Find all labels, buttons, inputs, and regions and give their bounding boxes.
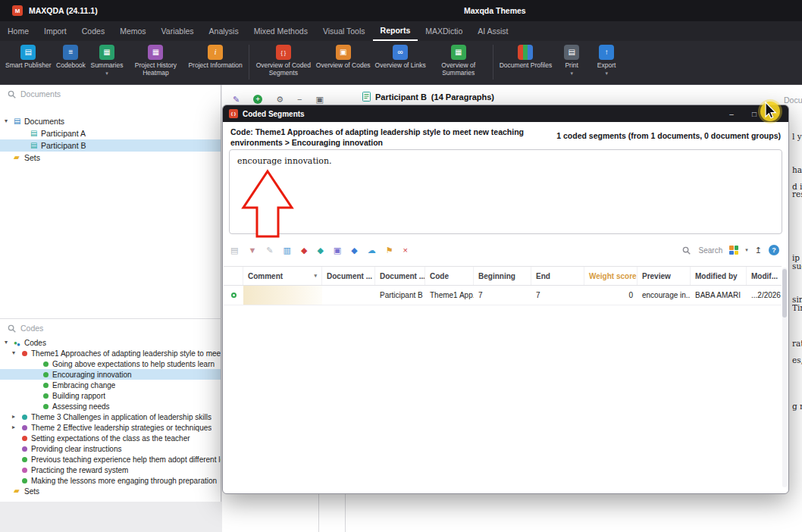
dialog-titlebar[interactable]: Coded Segments – □ × xyxy=(223,105,788,122)
chevron-right-icon[interactable]: ▸ xyxy=(12,424,21,430)
column-header-modified-by[interactable]: Modified by xyxy=(691,267,747,285)
column-header-weight[interactable]: Weight score xyxy=(584,267,638,285)
segment-row[interactable]: Participant BTheme1 App...770encourage i… xyxy=(224,286,782,305)
menu-item-visual-tools[interactable]: Visual Tools xyxy=(315,21,373,41)
tree-item-going-above-expectations-to-help-student[interactable]: Going above expectations to help student… xyxy=(0,358,221,369)
tree-item-theme-2-effective-leadership-strategies-[interactable]: ▸Theme 2 Effective leadership strategies… xyxy=(0,422,221,433)
export-document-icon[interactable]: ▤ xyxy=(230,246,238,255)
tree-item-theme1-approaches-of-adapting-leadership[interactable]: ▾Theme1 Approaches of adapting leadershi… xyxy=(0,348,221,358)
tree-item-practicing-the-reward-system[interactable]: Practicing the reward system xyxy=(0,465,221,475)
collapse-minus-icon[interactable]: − xyxy=(297,95,302,104)
settings-gear-icon[interactable]: ⚙ xyxy=(276,95,284,104)
menu-item-memos[interactable]: Memos xyxy=(112,21,153,41)
tree-item-building-rapport[interactable]: Building rapport xyxy=(0,390,221,401)
add-code-icon[interactable]: + xyxy=(253,95,262,104)
minimize-button[interactable]: – xyxy=(720,105,743,122)
cell-document-group[interactable] xyxy=(322,286,375,305)
codes-search[interactable]: Codes xyxy=(0,319,221,337)
cell-modified-by[interactable]: BABA AMARI xyxy=(691,286,747,305)
chevron-down-icon[interactable]: ▾ xyxy=(12,350,21,356)
cell-document-name[interactable]: Participant B xyxy=(375,286,425,305)
tree-item-documents[interactable]: ▾Documents xyxy=(0,115,221,127)
tree-item-setting-expectations-of-the-class-as-the[interactable]: Setting expectations of the class as the… xyxy=(0,433,221,443)
menu-item-variables[interactable]: Variables xyxy=(154,21,202,41)
delete-icon[interactable]: × xyxy=(403,246,408,255)
column-header-document-group[interactable]: Document ... xyxy=(322,267,375,285)
dialog-scrollbar[interactable] xyxy=(782,268,787,487)
tree-item-theme-3-challenges-in-application-of-lea[interactable]: ▸Theme 3 Challenges in application of le… xyxy=(0,412,221,422)
column-header-comment[interactable]: Comment▾ xyxy=(243,267,322,285)
column-header-document-name[interactable]: Document ... xyxy=(375,267,425,285)
cell-status[interactable] xyxy=(224,286,243,305)
ribbon-button-overview-coded-segments[interactable]: { }Overview of Coded Segments xyxy=(253,41,314,77)
segment-preview-box[interactable]: encourage innovation. xyxy=(229,149,782,234)
tree-item-sets[interactable]: Sets xyxy=(0,152,221,164)
code-blue-diamond-icon[interactable]: ◆ xyxy=(351,246,357,255)
menu-item-mixed-methods[interactable]: Mixed Methods xyxy=(246,21,315,41)
code-red-diamond-icon[interactable]: ◆ xyxy=(301,246,307,255)
ribbon-button-export[interactable]: ↑Export▾ xyxy=(589,41,624,76)
copy-segments-icon[interactable]: ▣ xyxy=(334,246,341,255)
menu-item-import[interactable]: Import xyxy=(36,21,74,41)
close-button[interactable]: × xyxy=(766,105,788,122)
edit-comment-icon[interactable]: ✎ xyxy=(266,246,273,255)
tree-item-codes[interactable]: ▾Codes xyxy=(0,337,221,348)
tree-item-assessing-needs[interactable]: Assessing needs xyxy=(0,401,221,412)
ribbon-button-overview-summaries[interactable]: ▦Overview of Summaries xyxy=(428,41,489,77)
tree-item-embracing-change[interactable]: Embracing change xyxy=(0,380,221,390)
popout-window-icon[interactable]: ▣ xyxy=(316,95,324,104)
ribbon-button-document-profiles[interactable]: Document Profiles xyxy=(497,41,554,70)
documents-search[interactable]: Documents xyxy=(0,85,221,103)
help-icon[interactable]: ? xyxy=(769,245,779,255)
table-view-icon[interactable] xyxy=(729,246,738,255)
tree-item-providing-clear-instructions[interactable]: Providing clear instructions xyxy=(0,443,221,454)
menu-item-reports[interactable]: Reports xyxy=(373,21,418,41)
tree-item-participant-a[interactable]: Participant A xyxy=(0,127,221,139)
tree-item-making-the-lessons-more-engaging-through[interactable]: Making the lessons more engaging through… xyxy=(0,475,221,486)
code-teal-diamond-icon[interactable]: ◆ xyxy=(317,246,323,255)
filter-icon[interactable]: ▼ xyxy=(248,246,256,255)
dropdown-caret-icon[interactable]: ▾ xyxy=(570,70,573,76)
tree-item-sets[interactable]: Sets xyxy=(0,486,221,496)
ribbon-button-smart-publisher[interactable]: ▤Smart Publisher xyxy=(3,41,53,70)
menu-item-analysis[interactable]: Analysis xyxy=(202,21,246,41)
ribbon-button-codebook[interactable]: ≡Codebook xyxy=(53,41,88,70)
menu-item-codes[interactable]: Codes xyxy=(74,21,112,41)
cell-preview[interactable]: encourage in... xyxy=(638,286,691,305)
edit-icon[interactable]: ✎ xyxy=(233,95,240,104)
column-header-preview[interactable]: Preview xyxy=(638,267,691,285)
sort-caret-icon[interactable]: ▾ xyxy=(311,273,317,279)
cell-weight[interactable]: 0 xyxy=(584,286,638,305)
dropdown-caret-icon[interactable]: ▾ xyxy=(105,70,108,76)
cloud-icon[interactable]: ☁ xyxy=(368,246,376,255)
column-header-modified[interactable]: Modif... xyxy=(747,267,782,285)
menu-item-home[interactable]: Home xyxy=(0,21,36,41)
search-icon[interactable] xyxy=(682,246,691,255)
cell-modified[interactable]: ...2/2026 15 xyxy=(747,286,785,305)
search-label[interactable]: Search xyxy=(699,246,723,255)
maximize-button[interactable]: □ xyxy=(743,105,766,122)
ribbon-button-project-history-heatmap[interactable]: ▦Project History Heatmap xyxy=(125,41,186,77)
ribbon-button-overview-links[interactable]: ∞Overview of Links xyxy=(373,41,428,70)
dropdown-caret-icon[interactable]: ▾ xyxy=(605,70,608,76)
tree-item-encouraging-innovation[interactable]: Encouraging innovation xyxy=(0,369,221,380)
cell-beginning[interactable]: 7 xyxy=(474,286,531,305)
scrollbar-thumb[interactable] xyxy=(782,269,787,318)
column-header-status[interactable] xyxy=(224,267,243,285)
ribbon-button-summaries[interactable]: ▦Summaries▾ xyxy=(88,41,125,76)
export-icon[interactable]: ↥ xyxy=(755,246,762,255)
menu-item-ai-assist[interactable]: AI Assist xyxy=(470,21,515,41)
flag-icon[interactable]: ⚑ xyxy=(386,246,393,255)
cell-end[interactable]: 7 xyxy=(531,286,584,305)
tree-item-participant-b[interactable]: Participant B xyxy=(0,139,221,152)
cell-code[interactable]: Theme1 App... xyxy=(425,286,474,305)
menu-item-maxdictio[interactable]: MAXDictio xyxy=(418,21,470,41)
column-header-beginning[interactable]: Beginning xyxy=(474,267,531,285)
chevron-right-icon[interactable]: ▸ xyxy=(12,414,21,420)
select-columns-icon[interactable]: ▥ xyxy=(284,246,291,255)
column-header-end[interactable]: End xyxy=(531,267,584,285)
chevron-down-icon[interactable]: ▾ xyxy=(5,118,14,124)
chevron-down-icon[interactable]: ▾ xyxy=(5,340,14,346)
tree-item-previous-teaching-experience-help-them-a[interactable]: Previous teaching experience help them a… xyxy=(0,454,221,465)
ribbon-button-print[interactable]: ▤Print▾ xyxy=(554,41,589,76)
